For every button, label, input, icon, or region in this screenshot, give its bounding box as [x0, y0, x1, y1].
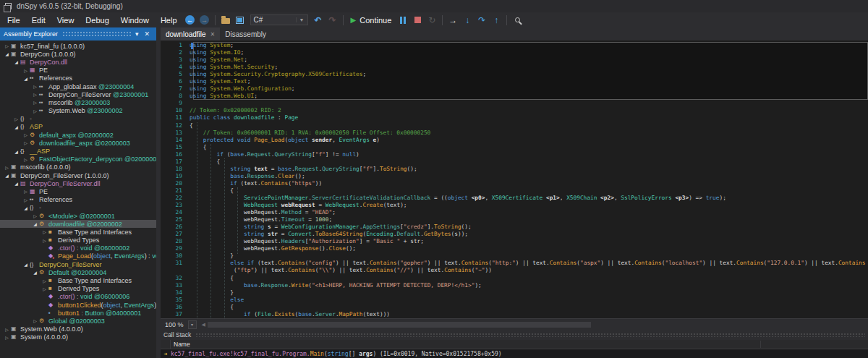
tree-row[interactable]: ◆.ctor() : void @06000002 — [0, 244, 156, 252]
tree-expander-icon[interactable]: ◢ — [12, 149, 20, 154]
tree-expander-icon[interactable]: ◢ — [22, 76, 30, 81]
tree-expander-icon[interactable]: ▷ — [41, 229, 48, 234]
combo-arrow-icon[interactable]: ▼ — [296, 17, 305, 22]
tree-row[interactable]: ▷▣System.Web (4.0.0.0) — [0, 325, 156, 333]
open-file-icon[interactable] — [218, 14, 233, 27]
tree-row[interactable]: ◢▤DerpyCon_FileServer.dll — [0, 179, 156, 187]
tree-expander-icon[interactable]: ▷ — [22, 140, 30, 145]
tree-expander-icon[interactable]: ▷ — [31, 318, 39, 323]
tree-expander-icon[interactable]: ▷ — [22, 132, 30, 137]
menu-help[interactable]: Help — [155, 14, 183, 27]
search-icon[interactable] — [510, 14, 524, 27]
tree-expander-icon[interactable]: ◢ — [3, 51, 11, 56]
tab-disassembly[interactable]: Disassembly — [220, 27, 271, 41]
menu-window[interactable]: Window — [115, 14, 155, 27]
menu-edit[interactable]: Edit — [26, 14, 51, 27]
tree-expander-icon[interactable]: ▷ — [31, 92, 39, 97]
tree-expander-icon[interactable]: ▷ — [22, 189, 30, 194]
tree-expander-icon[interactable]: ◢ — [22, 205, 30, 210]
assembly-explorer-header[interactable]: Assembly Explorer ▾ ✕ — [0, 27, 156, 41]
step-over-icon[interactable]: ↷ — [475, 14, 489, 27]
undo-icon[interactable]: ↶ — [311, 14, 326, 27]
tree-expander-icon[interactable]: ◢ — [3, 173, 11, 178]
tree-expander-icon[interactable]: ▷ — [22, 157, 30, 162]
tree-row[interactable]: ▷▪▪DerpyCon_FileServer @23000001 — [0, 90, 156, 98]
tree-expander-icon[interactable]: ▷ — [31, 213, 39, 218]
tree-row[interactable]: ◢⚙downloadfile @02000002 — [0, 220, 156, 228]
tree-expander-icon[interactable]: ◢ — [22, 262, 30, 267]
tree-row[interactable]: ▷⚙FastObjectFactory_derpycon @02000004 — [0, 155, 156, 163]
panel-menu-icon[interactable]: ▾ — [132, 31, 142, 38]
tree-row[interactable]: ▷⚙default_aspx @02000002 — [0, 131, 156, 139]
tree-expander-icon[interactable]: ▷ — [22, 68, 30, 73]
tree-row[interactable]: ◢▣DerpyCon (1.0.0.0) — [0, 50, 156, 58]
language-select[interactable]: C#▼ — [250, 14, 308, 25]
menu-debug[interactable]: Debug — [80, 14, 114, 27]
tree-expander-icon[interactable]: ◢ — [31, 221, 39, 226]
call-stack-frame[interactable]: ➜kc57_final_fu.exe!kc57_final_fu.Program… — [161, 349, 868, 358]
show-next-statement-icon[interactable]: → — [446, 14, 460, 27]
assembly-tree[interactable]: ▷▣kc57_final_fu (1.0.0.0)◢▣DerpyCon (1.0… — [0, 41, 156, 358]
name-column-header[interactable]: Name — [171, 341, 761, 348]
menu-view[interactable]: View — [51, 14, 80, 27]
tree-row[interactable]: ▷⚙downloadfile_aspx @02000003 — [0, 139, 156, 147]
tree-expander-icon[interactable]: ◢ — [12, 124, 20, 129]
navigate-back-icon[interactable]: ← — [183, 14, 197, 27]
tree-row[interactable]: ▷▣System (4.0.0.0) — [0, 333, 156, 341]
tree-row[interactable]: ◢{}__ASP — [0, 147, 156, 155]
tree-row[interactable]: ◢▣DerpyCon_FileServer (1.0.0.0) — [0, 171, 156, 179]
tree-expander-icon[interactable]: ◢ — [12, 181, 20, 186]
restart-icon[interactable]: ↻ — [425, 14, 439, 27]
tree-row[interactable]: ▪button1 : Button @04000001 — [0, 309, 156, 317]
tree-row[interactable]: ▷▣kc57_final_fu (1.0.0.0) — [0, 42, 156, 50]
tree-expander-icon[interactable]: ▷ — [31, 84, 39, 89]
tree-row[interactable]: ▷▦PE — [0, 187, 156, 195]
tree-row[interactable]: ◆button1Clicked(object, EventArgs) : voi… — [0, 301, 156, 309]
tree-row[interactable]: ▷▪▪App_global.asax @23000004 — [0, 82, 156, 90]
scrollbar-thumb[interactable] — [208, 322, 591, 328]
modules-icon[interactable] — [233, 14, 247, 27]
tree-row[interactable]: ◢{}ASP — [0, 123, 156, 131]
scroll-left-icon[interactable]: ◀ — [200, 322, 208, 328]
tree-expander-icon[interactable]: ▷ — [12, 116, 20, 122]
call-stack-header[interactable]: Call Stack — [161, 330, 868, 340]
tree-row[interactable]: ▷▪▪References — [0, 196, 156, 204]
tree-expander-icon[interactable]: ▷ — [3, 43, 11, 48]
pause-icon[interactable] — [396, 14, 410, 27]
navigate-forward-icon[interactable]: → — [197, 14, 212, 27]
tree-expander-icon[interactable]: ◢ — [31, 270, 39, 275]
tree-expander-icon[interactable]: ▷ — [3, 335, 11, 340]
code-editor[interactable]: 1using System;2using System.IO;3using Sy… — [161, 41, 868, 318]
tree-row[interactable]: ▷■Derived Types — [0, 285, 156, 293]
tree-expander-icon[interactable]: ▷ — [41, 238, 48, 243]
tree-expander-icon[interactable]: ▷ — [41, 286, 48, 291]
step-into-icon[interactable]: ↓ — [460, 14, 475, 27]
panel-close-icon[interactable]: ✕ — [141, 31, 153, 38]
zoom-level[interactable]: 100 % — [161, 321, 188, 328]
tree-row[interactable]: ▷■Derived Types — [0, 236, 156, 244]
tab-downloadfile[interactable]: downloadfile✕ — [161, 27, 220, 41]
tree-row[interactable]: ▷▣mscorlib (4.0.0.0) — [0, 163, 156, 171]
tree-row[interactable]: ▷⚙<Module> @02000001 — [0, 212, 156, 220]
tree-row[interactable]: ▷▪▪mscorlib @23000003 — [0, 98, 156, 106]
tree-row[interactable]: ▷▦PE — [0, 67, 156, 74]
tree-expander-icon[interactable]: ▷ — [31, 100, 39, 105]
tab-close-icon[interactable]: ✕ — [210, 31, 216, 38]
tree-expander-icon[interactable]: ▷ — [22, 197, 30, 203]
tree-row[interactable]: ◢⚙Default @02000004 — [0, 268, 156, 276]
tree-row[interactable]: ◆.ctor() : void @06000006 — [0, 293, 156, 301]
tree-row[interactable]: ◢{}DerpyCon_FileServer — [0, 260, 156, 268]
tree-expander-icon[interactable]: ▷ — [3, 327, 11, 332]
continue-button[interactable]: ▶Continue — [346, 16, 396, 25]
tree-expander-icon[interactable]: ◢ — [12, 59, 20, 64]
zoom-dropdown-icon[interactable]: ▾ — [188, 320, 197, 329]
horizontal-scrollbar[interactable]: ◀ — [200, 320, 868, 329]
tree-row[interactable]: ▷▪▪System.Web @23000002 — [0, 107, 156, 115]
tree-expander-icon[interactable]: ▷ — [31, 108, 39, 114]
redo-icon[interactable]: ↷ — [326, 14, 340, 27]
tree-expander-icon[interactable]: ▷ — [3, 165, 11, 170]
tree-row[interactable]: ▷■Base Type and Interfaces — [0, 228, 156, 236]
tree-expander-icon[interactable]: ▷ — [41, 278, 48, 284]
stop-icon[interactable] — [410, 14, 425, 27]
tree-row[interactable]: ◆Page_Load(object, EventArgs) : void @06… — [0, 252, 156, 260]
